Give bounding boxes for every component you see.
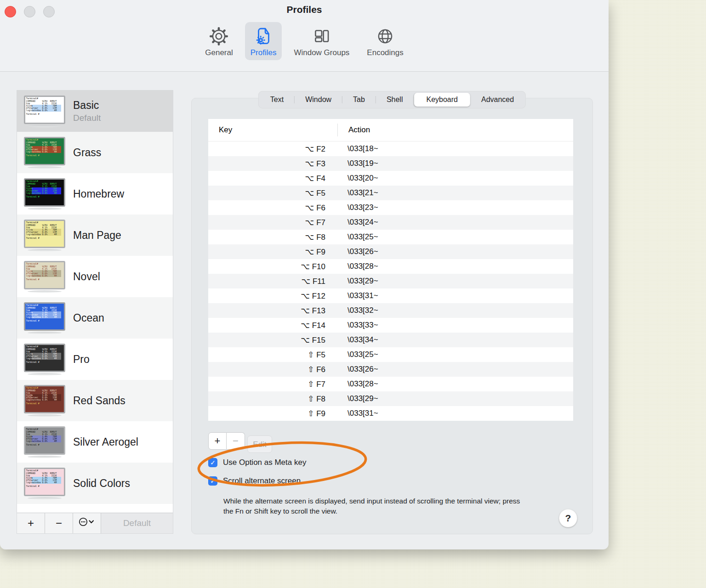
remove-profile-button[interactable]: − bbox=[45, 513, 73, 533]
terminal-preview: Terminal#COMMAND %CPU RPRVT top 4.1% 231… bbox=[24, 261, 65, 289]
key-cell: ⌥ F13 bbox=[208, 306, 337, 316]
profile-row-homebrew[interactable]: Terminal#COMMAND %CPU RPRVT top 4.1% 231… bbox=[17, 173, 173, 215]
key-mapping-row[interactable]: ⌥ F5\033[21~ bbox=[208, 186, 573, 200]
profile-meta: Grass bbox=[73, 147, 101, 159]
column-header-action[interactable]: Action bbox=[337, 125, 370, 135]
profile-name: Red Sands bbox=[73, 395, 125, 407]
tab-text[interactable]: Text bbox=[260, 93, 294, 107]
action-cell: \033[26~ bbox=[337, 247, 378, 256]
desktop-background: Profiles General bbox=[0, 0, 706, 588]
key-mapping-row[interactable]: ⇧ F7\033[28~ bbox=[208, 377, 573, 391]
key-mappings-table: Key Action ⌥ F2\033[18~⌥ F3\033[19~⌥ F4\… bbox=[208, 119, 573, 421]
tab-keyboard[interactable]: Keyboard bbox=[414, 93, 470, 107]
column-header-key[interactable]: Key bbox=[208, 125, 337, 135]
gear-icon bbox=[208, 25, 229, 47]
key-mapping-row[interactable]: ⌥ F13\033[32~ bbox=[208, 303, 573, 318]
profile-name: Man Page bbox=[73, 229, 121, 242]
key-mapping-row[interactable]: ⌥ F7\033[24~ bbox=[208, 215, 573, 230]
thumbnail-shadow bbox=[28, 166, 62, 169]
profile-thumbnail: Terminal#COMMAND %CPU RPRVT top 4.1% 231… bbox=[24, 426, 66, 458]
key-mapping-row[interactable]: ⌥ F15\033[34~ bbox=[208, 333, 573, 347]
thumbnail-shadow bbox=[28, 332, 62, 334]
profile-name: Solid Colors bbox=[73, 477, 130, 490]
add-profile-button[interactable]: + bbox=[17, 513, 45, 533]
terminal-preview: Terminal#COMMAND %CPU RPRVT top 4.1% 231… bbox=[24, 468, 65, 496]
key-cell: ⇧ F6 bbox=[208, 365, 337, 374]
tab-advanced[interactable]: Advanced bbox=[471, 93, 524, 107]
key-mapping-row[interactable]: ⌥ F9\033[26~ bbox=[208, 244, 573, 259]
thumbnail-shadow bbox=[28, 125, 62, 127]
key-mapping-row[interactable]: ⌥ F11\033[29~ bbox=[208, 274, 573, 288]
key-cell: ⌥ F14 bbox=[208, 321, 337, 330]
profile-list-footer: + − Default bbox=[17, 513, 173, 533]
ellipsis-circle-chevron-icon bbox=[78, 517, 96, 530]
action-cell: \033[28~ bbox=[337, 379, 378, 389]
profile-row-solid-colors[interactable]: Terminal#COMMAND %CPU RPRVT top 4.1% 231… bbox=[17, 463, 173, 504]
tab-shell[interactable]: Shell bbox=[376, 93, 414, 107]
profile-meta: Man Page bbox=[73, 229, 121, 242]
action-cell: \033[31~ bbox=[337, 409, 378, 418]
window-title: Profiles bbox=[0, 4, 609, 15]
add-key-mapping-button[interactable]: + bbox=[208, 432, 227, 450]
profile-row-red-sands[interactable]: Terminal#COMMAND %CPU RPRVT top 4.1% 231… bbox=[17, 380, 173, 421]
profile-row-grass[interactable]: Terminal#COMMAND %CPU RPRVT top 4.1% 231… bbox=[17, 132, 173, 173]
table-header[interactable]: Key Action bbox=[208, 119, 573, 141]
key-mapping-row[interactable]: ⇧ F8\033[29~ bbox=[208, 391, 573, 406]
help-button[interactable]: ? bbox=[559, 509, 577, 527]
scroll-alternate-screen-label: Scroll alternate screen bbox=[223, 476, 301, 486]
key-mapping-row[interactable]: ⇧ F6\033[26~ bbox=[208, 362, 573, 377]
action-cell: \033[31~ bbox=[337, 291, 378, 300]
use-option-as-meta-checkbox[interactable]: ✓ bbox=[208, 458, 217, 467]
edit-key-mapping-button[interactable]: Edit bbox=[247, 435, 272, 453]
profile-row-basic[interactable]: Terminal#COMMAND %CPU RPRVT top 4.1% 231… bbox=[17, 90, 173, 132]
preview-text: Terminal#COMMAND %CPU RPRVT top 4.1% 231… bbox=[25, 304, 64, 322]
action-cell: \033[24~ bbox=[337, 218, 378, 227]
action-cell: \033[29~ bbox=[337, 277, 378, 286]
profile-row-novel[interactable]: Terminal#COMMAND %CPU RPRVT top 4.1% 231… bbox=[17, 256, 173, 297]
key-cell: ⇧ F9 bbox=[208, 409, 337, 418]
key-mapping-row[interactable]: ⌥ F6\033[23~ bbox=[208, 200, 573, 215]
action-cell: \033[28~ bbox=[337, 262, 378, 271]
remove-key-mapping-button[interactable]: − bbox=[227, 432, 245, 450]
profile-thumbnail: Terminal#COMMAND %CPU RPRVT top 4.1% 231… bbox=[24, 468, 66, 499]
key-mapping-row[interactable]: ⌥ F3\033[19~ bbox=[208, 156, 573, 171]
key-mapping-row[interactable]: ⌥ F10\033[28~ bbox=[208, 259, 573, 274]
key-mapping-row[interactable]: ⌥ F4\033[20~ bbox=[208, 171, 573, 186]
toolbar-item-encodings[interactable]: Encodings bbox=[361, 22, 409, 60]
action-cell: \033[20~ bbox=[337, 174, 378, 183]
toolbar-label-encodings: Encodings bbox=[367, 48, 403, 57]
key-mapping-row[interactable]: ⌥ F8\033[25~ bbox=[208, 230, 573, 244]
default-profile-button[interactable]: Default bbox=[101, 513, 173, 533]
profile-row-ocean[interactable]: Terminal#COMMAND %CPU RPRVT top 4.1% 231… bbox=[17, 297, 173, 339]
toolbar-label-general: General bbox=[205, 48, 233, 57]
toolbar-item-general[interactable]: General bbox=[199, 22, 238, 60]
key-mapping-row[interactable]: ⇧ F5\033[25~ bbox=[208, 347, 573, 362]
key-cell: ⌥ F7 bbox=[208, 218, 337, 227]
profile-thumbnail: Terminal#COMMAND %CPU RPRVT top 4.1% 231… bbox=[24, 302, 66, 334]
action-cell: \033[18~ bbox=[337, 144, 378, 153]
key-mapping-row[interactable]: ⌥ F12\033[31~ bbox=[208, 288, 573, 303]
profile-meta: Homebrew bbox=[73, 188, 124, 200]
profile-name: Ocean bbox=[73, 312, 104, 324]
tab-window[interactable]: Window bbox=[295, 93, 342, 107]
profile-meta: BasicDefault bbox=[73, 99, 101, 123]
toolbar-item-window-groups[interactable]: Window Groups bbox=[288, 22, 355, 60]
key-mapping-row[interactable]: ⇧ F9\033[31~ bbox=[208, 406, 573, 421]
terminal-preview: Terminal#COMMAND %CPU RPRVT top 4.1% 231… bbox=[24, 344, 65, 372]
key-cell: ⌥ F4 bbox=[208, 174, 337, 183]
action-cell: \033[29~ bbox=[337, 394, 378, 403]
preview-text: Terminal#COMMAND %CPU RPRVT top 4.1% 231… bbox=[25, 97, 64, 115]
key-mapping-row[interactable]: ⌥ F2\033[18~ bbox=[208, 141, 573, 156]
more-options-button[interactable] bbox=[73, 513, 101, 533]
profile-row-pro[interactable]: Terminal#COMMAND %CPU RPRVT top 4.1% 231… bbox=[17, 339, 173, 380]
toolbar-item-profiles[interactable]: Profiles bbox=[245, 22, 282, 60]
profile-thumbnail: Terminal#COMMAND %CPU RPRVT top 4.1% 231… bbox=[24, 344, 66, 375]
profile-sidebar: Terminal#COMMAND %CPU RPRVT top 4.1% 231… bbox=[17, 90, 173, 534]
key-mapping-row[interactable]: ⌥ F14\033[33~ bbox=[208, 318, 573, 333]
profile-row-silver-aerogel[interactable]: Terminal#COMMAND %CPU RPRVT top 4.1% 231… bbox=[17, 421, 173, 463]
profile-meta: Red Sands bbox=[73, 395, 125, 407]
tab-tab[interactable]: Tab bbox=[342, 93, 376, 107]
scroll-alternate-screen-checkbox[interactable]: ✓ bbox=[208, 476, 217, 486]
profile-row-man-page[interactable]: Terminal#COMMAND %CPU RPRVT top 4.1% 231… bbox=[17, 215, 173, 256]
profile-name: Grass bbox=[73, 147, 101, 159]
